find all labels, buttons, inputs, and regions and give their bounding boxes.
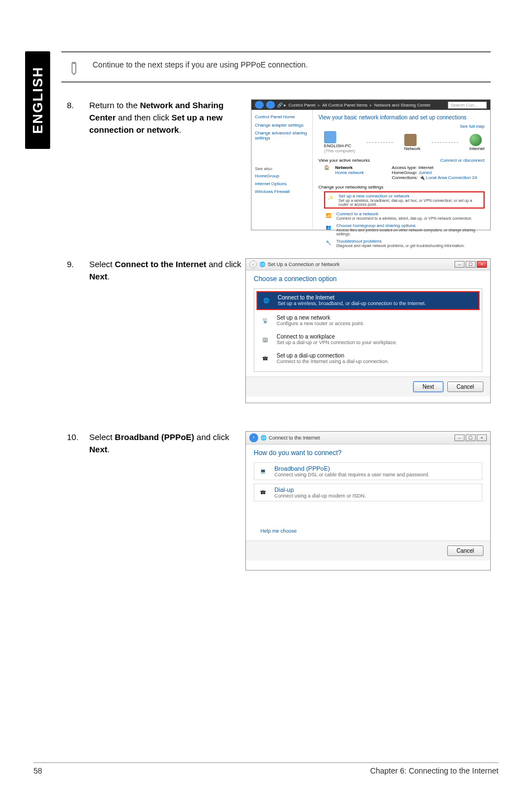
minimize-button[interactable]: – xyxy=(454,261,465,268)
house-icon: 🏠 xyxy=(324,165,330,180)
cancel-button[interactable]: Cancel xyxy=(447,381,483,392)
step-10: 10. Select Broadband (PPPoE) and click N… xyxy=(67,431,491,571)
back-icon[interactable] xyxy=(255,101,264,109)
breadcrumb-bar: 🔗 ▸ Control Panel▸ All Control Panel Ite… xyxy=(252,100,490,110)
dialog-heading: How do you want to connect? xyxy=(254,449,482,457)
globe-icon: 🌐 xyxy=(260,435,267,441)
troubleshoot-icon: 🔧 xyxy=(324,239,333,247)
screenshot-connect-internet: ‹ 🌐 Connect to the Internet – ▢ × How do… xyxy=(245,431,491,571)
router-icon: 📡 xyxy=(258,315,272,327)
minimize-button[interactable]: – xyxy=(454,434,465,441)
next-button[interactable]: Next xyxy=(413,381,444,392)
step-text: Select Connect to the Internet and click… xyxy=(89,258,245,403)
step-number: 9. xyxy=(67,258,89,403)
phone-icon: ☎ xyxy=(255,486,270,499)
titlebar: ‹ 🌐 Connect to the Internet – ▢ × xyxy=(246,432,490,445)
step-9: 9. Select Connect to the Internet and cl… xyxy=(67,258,491,403)
connect-icon: 📶 xyxy=(324,211,333,219)
step-8: 8. Return to the Network and Sharing Cen… xyxy=(67,99,491,230)
dialog-heading: Choose a connection option xyxy=(254,275,482,283)
step-number: 10. xyxy=(67,431,89,571)
link-adapter[interactable]: Change adapter settings xyxy=(255,123,309,128)
side-panel: Control Panel Home Change adapter settin… xyxy=(252,110,313,229)
close-button[interactable]: × xyxy=(477,261,487,268)
step-number: 8. xyxy=(67,99,89,230)
pencil-icon xyxy=(63,55,86,79)
page-footer: 58 Chapter 6: Connecting to the Internet xyxy=(33,762,499,775)
option-new-network[interactable]: 📡 Set up a new networkConfigure a new ro… xyxy=(257,312,480,329)
titlebar: ‹ 🌐 Set Up a Connection or Network – ▢ × xyxy=(246,259,490,270)
step-text: Select Broadband (PPPoE) and click Next. xyxy=(89,431,245,571)
option-dialup[interactable]: ☎ Dial-upConnect using a dial-up modem o… xyxy=(254,484,482,501)
pc-icon xyxy=(324,131,336,143)
link-advanced[interactable]: Change advanced sharing settings xyxy=(255,131,309,141)
task-homegroup[interactable]: 👥 Choose homegroup and sharing optionsAc… xyxy=(324,223,485,236)
link-firewall[interactable]: Windows Firewall xyxy=(255,189,309,194)
globe-icon: 🌐 xyxy=(259,294,273,307)
wizard-icon: ✨ xyxy=(326,194,335,201)
help-link[interactable]: Help me choose xyxy=(254,526,482,536)
task-setup-connection[interactable]: ✨ Set up a new connection or networkSet … xyxy=(324,191,485,209)
option-workplace[interactable]: 🏢 Connect to a workplaceSet up a dial-up… xyxy=(257,331,480,348)
button-bar: Next Cancel xyxy=(246,376,490,397)
option-broadband[interactable]: 💻 Broadband (PPPoE)Connect using DSL or … xyxy=(254,462,482,480)
link-homegroup[interactable]: HomeGroup xyxy=(255,173,309,178)
link-internet-options[interactable]: Internet Options xyxy=(255,181,309,186)
option-connect-internet[interactable]: 🌐 Connect to the InternetSet up a wirele… xyxy=(257,291,480,310)
full-map-link[interactable]: See full map xyxy=(460,124,485,129)
screenshot-network-sharing: 🔗 ▸ Control Panel▸ All Control Panel Ite… xyxy=(251,99,491,230)
step-text: Return to the Network and Sharing Center… xyxy=(89,99,245,230)
network-map: ENGLISH-PC(This computer) Network Intern… xyxy=(324,131,485,153)
building-icon: 🏢 xyxy=(258,334,272,346)
screenshot-connection-option: ‹ 🌐 Set Up a Connection or Network – ▢ ×… xyxy=(245,258,491,403)
language-label: ENGLISH xyxy=(30,66,46,134)
network-icon xyxy=(404,134,417,146)
page-number: 58 xyxy=(33,766,42,775)
close-button[interactable]: × xyxy=(477,434,487,441)
phone-icon: ☎ xyxy=(258,352,272,365)
cancel-button[interactable]: Cancel xyxy=(447,545,483,556)
modem-icon: 💻 xyxy=(255,465,270,477)
connect-disconnect[interactable]: Connect or disconnect xyxy=(440,158,485,163)
main-panel: View your basic network information and … xyxy=(313,110,490,229)
option-dialup[interactable]: ☎ Set up a dial-up connectionConnect to … xyxy=(257,350,480,367)
globe-icon: 🌐 xyxy=(259,262,265,267)
back-icon[interactable]: ‹ xyxy=(249,260,257,268)
sharing-icon: 👥 xyxy=(324,223,333,231)
task-connect[interactable]: 📶 Connect to a networkConnect or reconne… xyxy=(324,211,485,220)
maximize-button[interactable]: ▢ xyxy=(466,434,476,441)
language-tab: ENGLISH xyxy=(25,51,50,149)
task-troubleshoot[interactable]: 🔧 Troubleshoot problemsDiagnose and repa… xyxy=(324,239,485,248)
internet-icon xyxy=(470,134,482,146)
chapter-label: Chapter 6: Connecting to the Internet xyxy=(370,766,499,775)
forward-icon[interactable] xyxy=(266,101,275,109)
page-content: Continue to the next steps if you are us… xyxy=(61,51,491,582)
maximize-button[interactable]: ▢ xyxy=(466,261,476,268)
search-input[interactable]: Search Con... xyxy=(448,102,487,109)
button-bar: Cancel xyxy=(246,540,490,561)
note-block: Continue to the next steps if you are us… xyxy=(61,51,491,83)
note-text: Continue to the next steps if you are us… xyxy=(93,57,308,69)
back-icon[interactable]: ‹ xyxy=(249,433,258,442)
